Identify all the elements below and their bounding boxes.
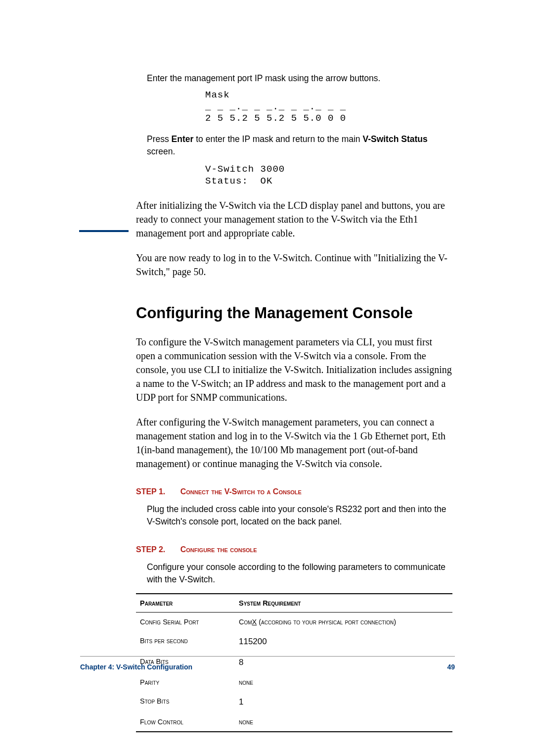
footer-page-number: 49 [447,663,455,671]
section-paragraph-2: After configuring the V-Switch managemen… [136,415,452,471]
param-name: Parity [140,678,239,686]
instruction-press-enter: Press Enter to enter the IP mask and ret… [136,133,452,158]
param-name: Config Serial Port [140,618,239,626]
instruction-enter-mask: Enter the management port IP mask using … [136,72,452,85]
table-row: Stop Bits 1 [136,692,452,712]
step-1-heading: STEP 1. Connect the V-Switch to a Consol… [136,487,452,496]
param-value: none [239,678,451,686]
param-name: Stop Bits [140,697,239,707]
footer-rule [80,656,455,657]
step-label: STEP 2. [136,545,165,554]
section-paragraph-1: To configure the V-Switch management par… [136,335,452,404]
lcd-status-block: V-Switch 3000 Status: OK [205,163,452,188]
step-2-body: Configure your console according to the … [136,561,452,586]
paragraph-ready-login: You are now ready to log in to the V-Swi… [136,251,452,279]
footer-chapter: Chapter 4: V-Switch Configuration [80,663,192,671]
table-header-row: Parameter System Requirement [136,594,452,613]
param-value: 115200 [239,637,451,647]
table-row: Config Serial Port ComX (according to yo… [136,613,452,631]
table-row: Bits per second 115200 [136,631,452,652]
value-com-x: X [252,618,257,626]
param-name: Bits per second [140,637,239,647]
param-value: ComX (according to your physical port co… [239,618,451,626]
header-parameter: Parameter [140,599,239,607]
step-1-body: Plug the included cross cable into your … [136,503,452,528]
value-text: Com [239,618,252,626]
param-name: Flow Control [140,718,239,726]
page: Enter the management port IP mask using … [0,0,534,756]
param-value: 8 [239,658,451,667]
step-title: Connect the V-Switch to a Console [180,487,302,496]
step-2-heading: STEP 2. Configure the console [136,545,452,554]
paragraph-after-init: After initializing the V-Switch via the … [136,198,452,240]
param-value: none [239,718,451,726]
section-heading: Configuring the Management Console [136,304,452,322]
text: to enter the IP mask and return to the m… [193,134,362,144]
lcd-mask-block: Mask _ _ _._ _ _._ _ _._ _ _ 2 5 5.2 5 5… [205,90,452,124]
table-row: Parity none [136,673,452,692]
header-system-requirement: System Requirement [239,599,451,607]
enter-key: Enter [172,134,194,144]
vswitch-status-label: V-Switch Status [362,134,427,144]
section-accent-rule [79,230,129,232]
step-label: STEP 1. [136,487,165,496]
table-row: Flow Control none [136,712,452,731]
param-value: 1 [239,697,451,707]
step-title: Configure the console [180,545,257,554]
value-text: (according to your physical port connect… [257,618,396,626]
text: screen. [147,146,175,156]
text: Press [147,134,172,144]
content-area: Enter the management port IP mask using … [136,63,452,732]
